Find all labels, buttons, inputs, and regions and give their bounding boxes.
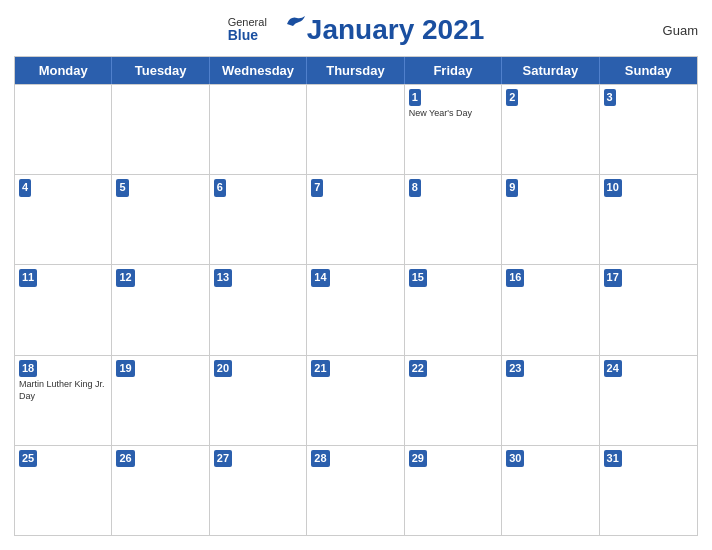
day-number: 3 [604,89,616,106]
weeks-container: 1New Year's Day2345678910111213141516171… [15,84,697,535]
day-number: 24 [604,360,622,377]
day-number: 16 [506,269,524,286]
day-cell: 6 [210,175,307,264]
day-cell: 14 [307,265,404,354]
day-cell: 31 [600,446,697,535]
day-cell: 4 [15,175,112,264]
day-number: 10 [604,179,622,196]
logo-blue-text: Blue [228,28,267,43]
day-cell [112,85,209,174]
day-cell: 19 [112,356,209,445]
day-cell: 30 [502,446,599,535]
day-number: 6 [214,179,226,196]
day-header-monday: Monday [15,57,112,84]
day-number: 9 [506,179,518,196]
day-number: 8 [409,179,421,196]
day-number: 20 [214,360,232,377]
day-number: 29 [409,450,427,467]
calendar-title: January 2021 [307,14,484,46]
day-number: 18 [19,360,37,377]
week-row-1: 1New Year's Day23 [15,84,697,174]
day-number: 11 [19,269,37,286]
calendar-header: General Blue January 2021 Guam [14,10,698,50]
day-header-saturday: Saturday [502,57,599,84]
logo: General Blue [228,16,307,43]
day-header-friday: Friday [405,57,502,84]
day-cell: 29 [405,446,502,535]
day-cell: 8 [405,175,502,264]
day-header-sunday: Sunday [600,57,697,84]
day-cell: 16 [502,265,599,354]
day-cell: 9 [502,175,599,264]
day-cell [15,85,112,174]
holiday-label: New Year's Day [409,108,497,120]
day-number: 26 [116,450,134,467]
week-row-2: 45678910 [15,174,697,264]
week-row-5: 25262728293031 [15,445,697,535]
day-number: 7 [311,179,323,196]
day-cell [210,85,307,174]
day-number: 19 [116,360,134,377]
day-number: 28 [311,450,329,467]
day-cell: 7 [307,175,404,264]
day-number: 15 [409,269,427,286]
day-number: 27 [214,450,232,467]
day-cell: 24 [600,356,697,445]
day-number: 17 [604,269,622,286]
day-cell: 13 [210,265,307,354]
day-number: 31 [604,450,622,467]
day-headers-row: MondayTuesdayWednesdayThursdayFridaySatu… [15,57,697,84]
day-header-wednesday: Wednesday [210,57,307,84]
day-number: 2 [506,89,518,106]
day-number: 14 [311,269,329,286]
day-number: 23 [506,360,524,377]
day-cell: 28 [307,446,404,535]
holiday-label: Martin Luther King Jr. Day [19,379,107,402]
day-header-tuesday: Tuesday [112,57,209,84]
day-number: 12 [116,269,134,286]
day-cell: 18Martin Luther King Jr. Day [15,356,112,445]
day-header-thursday: Thursday [307,57,404,84]
calendar-wrapper: General Blue January 2021 Guam MondayTue… [0,0,712,550]
day-number: 4 [19,179,31,196]
day-cell: 3 [600,85,697,174]
day-number: 13 [214,269,232,286]
day-cell: 20 [210,356,307,445]
day-cell: 26 [112,446,209,535]
day-cell [307,85,404,174]
day-cell: 11 [15,265,112,354]
region-label: Guam [663,23,698,38]
day-cell: 5 [112,175,209,264]
day-cell: 25 [15,446,112,535]
day-number: 5 [116,179,128,196]
week-row-4: 18Martin Luther King Jr. Day192021222324 [15,355,697,445]
calendar-grid: MondayTuesdayWednesdayThursdayFridaySatu… [14,56,698,536]
day-number: 1 [409,89,421,106]
day-cell: 23 [502,356,599,445]
day-number: 21 [311,360,329,377]
day-cell: 2 [502,85,599,174]
day-cell: 10 [600,175,697,264]
week-row-3: 11121314151617 [15,264,697,354]
day-cell: 27 [210,446,307,535]
day-cell: 22 [405,356,502,445]
logo-bird-icon [285,14,307,28]
day-number: 30 [506,450,524,467]
day-cell: 1New Year's Day [405,85,502,174]
day-cell: 21 [307,356,404,445]
day-number: 22 [409,360,427,377]
day-cell: 12 [112,265,209,354]
day-cell: 17 [600,265,697,354]
day-number: 25 [19,450,37,467]
day-cell: 15 [405,265,502,354]
